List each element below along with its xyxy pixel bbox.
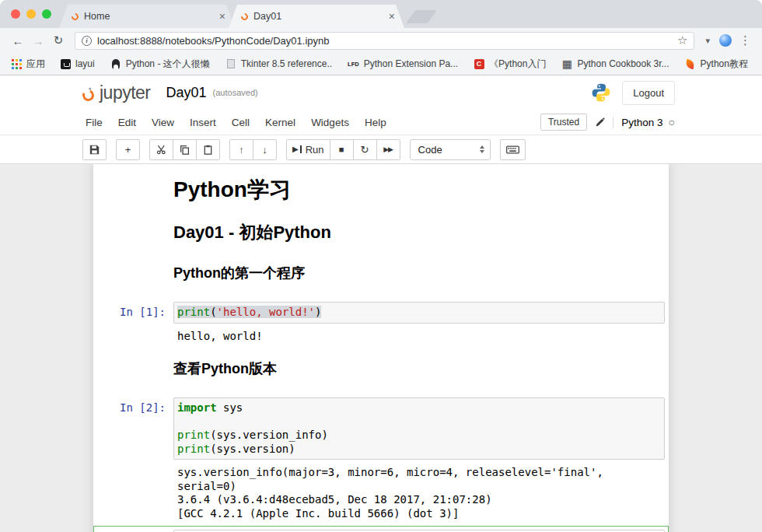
menu-help[interactable]: Help — [357, 114, 394, 131]
menu-insert[interactable]: Insert — [182, 114, 224, 131]
paste-cell-button[interactable] — [196, 139, 220, 160]
tab-title: Home — [84, 11, 214, 22]
reload-button[interactable]: ↻ — [48, 33, 68, 47]
code-token: print — [177, 443, 210, 455]
logout-button[interactable]: Logout — [622, 81, 675, 105]
move-cell-up-button[interactable]: ↑ — [229, 139, 253, 160]
output-prompt — [97, 464, 173, 522]
tab-strip: Home × Day01 × — [59, 0, 432, 28]
bookmark-apps[interactable]: 应用 — [11, 58, 45, 71]
menu-view[interactable]: View — [144, 114, 182, 131]
penguin-favicon-icon — [110, 58, 121, 69]
code-line — [177, 415, 661, 429]
jupyter-logo-text: jupyter — [100, 84, 151, 102]
minimize-window-button[interactable] — [26, 9, 36, 19]
tab-close-icon[interactable]: × — [219, 11, 225, 22]
forward-button[interactable]: → — [28, 34, 48, 47]
code-editor[interactable]: import sys print(sys.version_info)print(… — [173, 397, 665, 460]
menu-edit[interactable]: Edit — [110, 114, 144, 131]
command-palette-button[interactable] — [500, 139, 526, 160]
cell-output-row: hello, world! — [97, 328, 665, 345]
address-bar[interactable]: i localhost:8888/notebooks/PythonCode/Da… — [75, 32, 694, 50]
markdown-content: Python的第一个程序 — [173, 264, 665, 282]
code-token: ) — [315, 306, 321, 318]
notebook-title[interactable]: Day01 — [166, 85, 207, 101]
markdown-cell[interactable]: Python学习 — [93, 169, 669, 211]
markdown-content: Python学习 — [173, 177, 665, 202]
browser-menu-icon[interactable]: ⋮ — [739, 33, 751, 47]
markdown-cell[interactable]: Python的第一个程序 — [93, 253, 669, 298]
select-arrows-icon — [480, 145, 484, 153]
menu-file[interactable]: File — [78, 114, 110, 131]
menu-widgets[interactable]: Widgets — [303, 114, 357, 131]
bookmark-label: Python Extension Pa... — [364, 58, 458, 69]
markdown-cell[interactable]: 查看Python版本 — [93, 348, 669, 394]
copy-icon — [180, 145, 190, 155]
tab-home[interactable]: Home × — [59, 5, 235, 28]
pencil-icon — [595, 117, 605, 128]
bookmark-tkinter-reference[interactable]: Tkinter 8.5 reference.. — [225, 58, 332, 69]
output-text: hello, world! — [173, 328, 263, 345]
heading-h3: Python的第一个程序 — [173, 264, 654, 282]
extension-icon[interactable] — [719, 34, 732, 47]
code-token: print — [177, 306, 210, 318]
scissors-icon — [156, 145, 166, 155]
close-window-button[interactable] — [11, 9, 20, 19]
fullscreen-window-button[interactable] — [42, 9, 51, 19]
bookmark-layui[interactable]: layui — [61, 58, 95, 69]
restart-kernel-button[interactable]: ↻ — [353, 139, 377, 160]
new-tab-button[interactable] — [406, 10, 437, 23]
markdown-cell[interactable]: Day01 - 初始Python — [93, 211, 669, 253]
jupyter-logo[interactable]: jupyter — [82, 84, 151, 102]
cut-cell-button[interactable] — [149, 139, 173, 160]
code-line: print(sys.version_info) — [177, 429, 661, 443]
interrupt-kernel-button[interactable]: ■ — [330, 139, 354, 160]
url-text[interactable]: localhost:8888/notebooks/PythonCode/Day0… — [97, 35, 672, 47]
bookmark-python-blog[interactable]: Python - 这个人很懒 — [110, 58, 210, 71]
bookmark-python-cookbook[interactable]: ▦ Python Cookbook 3r... — [561, 58, 669, 69]
bookmark-label: Tkinter 8.5 reference.. — [241, 58, 332, 69]
page-info-icon[interactable]: i — [82, 36, 92, 46]
trusted-button[interactable]: Trusted — [540, 114, 587, 131]
back-button[interactable]: ← — [8, 34, 28, 47]
markdown-content: 查看Python版本 — [173, 360, 665, 377]
run-cell-button[interactable]: ▶Run — [286, 139, 330, 160]
code-token: import — [177, 401, 217, 414]
code-line: import sys — [177, 401, 661, 415]
dropdown-arrow-icon[interactable]: ▾ — [705, 36, 710, 46]
paste-icon — [203, 145, 213, 155]
code-token: (sys.version_info) — [210, 429, 328, 441]
window-controls — [11, 9, 51, 19]
kernel-idle-icon: ○ — [669, 116, 675, 128]
fast-forward-icon: ▶▶ — [383, 146, 393, 153]
code-editor[interactable]: print('hello, world!') — [173, 302, 665, 324]
code-cell[interactable]: In [1]:print('hello, world!')hello, worl… — [93, 298, 669, 348]
menu-kernel[interactable]: Kernel — [257, 114, 303, 131]
restart-run-all-button[interactable]: ▶▶ — [376, 139, 400, 160]
autosave-status: (autosaved) — [213, 88, 258, 97]
bookmark-python-intro[interactable]: C 《Python入门 — [474, 58, 546, 71]
bookmark-python-extension[interactable]: LFD Python Extension Pa... — [348, 58, 458, 69]
save-button[interactable] — [82, 139, 107, 160]
bookmark-star-icon[interactable]: ☆ — [677, 33, 687, 47]
copy-cell-button[interactable] — [173, 139, 197, 160]
code-cell[interactable]: In [ ]: — [93, 526, 669, 532]
restart-icon: ↻ — [361, 145, 369, 155]
save-icon — [89, 145, 100, 155]
keyboard-icon — [506, 145, 519, 154]
book-favicon-icon: ▦ — [561, 58, 572, 69]
menu-cell[interactable]: Cell — [224, 114, 257, 131]
code-token: print — [177, 429, 210, 441]
tab-day01[interactable]: Day01 × — [229, 5, 404, 28]
move-cell-down-button[interactable]: ↓ — [253, 139, 277, 160]
bookmark-python-tutorial[interactable]: Python教程 — [685, 58, 748, 71]
cell-type-select[interactable]: Code — [410, 139, 491, 160]
code-cell[interactable]: In [2]:import sys print(sys.version_info… — [93, 394, 669, 526]
heading-h1: Python学习 — [173, 177, 654, 202]
code-token: 'hello, world!' — [217, 306, 315, 318]
kernel-name[interactable]: Python 3 — [621, 117, 662, 128]
tab-close-icon[interactable]: × — [389, 11, 395, 22]
add-cell-button[interactable]: + — [116, 139, 140, 160]
notebook-area: Python学习Day01 - 初始PythonPython的第一个程序In [… — [0, 164, 762, 532]
code-token: ( — [210, 306, 216, 318]
